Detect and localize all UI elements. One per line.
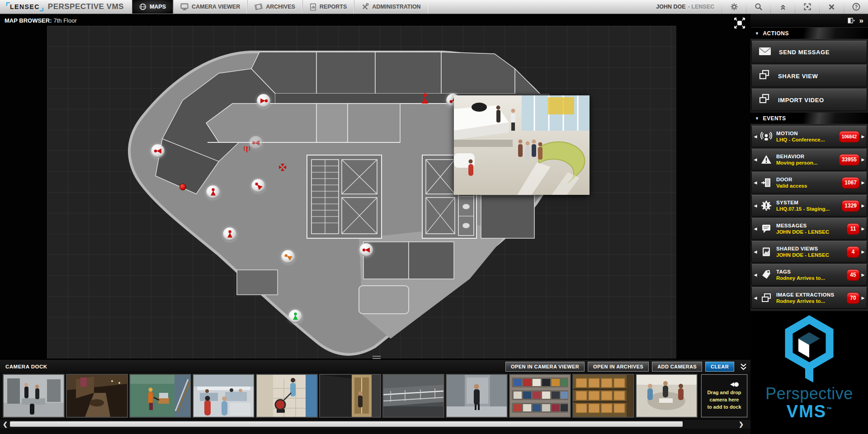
antenna-event-marker[interactable] [243,145,251,155]
actions-section-header[interactable]: ▼ ACTIONS [750,28,868,39]
warning-triangle-icon [758,154,774,165]
event-next-icon[interactable]: ▶ [860,296,866,300]
event-prev-icon[interactable]: ◀ [753,180,758,185]
event-next-icon[interactable]: ▶ [860,273,866,277]
event-detail: Rodney Arrives to... [776,275,847,281]
main-tabs: MAPS CAMERA VIEWER ARCHIVES REPORTS [132,0,428,14]
action-label: IMPORT VIDEO [778,97,824,104]
tab-maps[interactable]: MAPS [132,0,173,14]
user-org: - LENSEC [688,4,714,10]
event-row-behavior[interactable]: ◀ BEHAVIOR Moving person... 33955 ▶ [751,149,867,170]
dock-thumbnail-machine-shop[interactable] [3,374,65,418]
event-count-badge: 45 [847,269,859,281]
scroll-left-icon[interactable]: ❮ [3,420,8,428]
tab-administration[interactable]: ADMINISTRATION [354,0,428,14]
event-next-icon[interactable]: ▶ [860,203,866,208]
image-extraction-icon [758,292,774,304]
import-video-button[interactable]: IMPORT VIDEO [751,89,867,111]
camera-drop-target[interactable]: Drag and drop camera here to add to dock [701,374,747,417]
share-view-button[interactable]: SHARE VIEW [751,65,867,87]
event-prev-icon[interactable]: ◀ [753,296,758,300]
event-next-icon[interactable]: ▶ [860,180,866,185]
event-prev-icon[interactable]: ◀ [753,250,758,254]
tab-camera-viewer[interactable]: CAMERA VIEWER [173,0,247,14]
dock-scrollbar[interactable]: ❮ ❯ [0,419,750,429]
add-cameras-button[interactable]: ADD CAMERAS [652,362,702,372]
event-row-tags[interactable]: ◀ TAGS Rodney Arrives to... 45 ▶ [751,264,867,286]
event-prev-icon[interactable]: ◀ [753,273,758,277]
camera-marker[interactable] [206,185,220,199]
event-count-badge: 70 [847,292,859,304]
cross-event-marker[interactable] [278,163,287,173]
event-next-icon[interactable]: ▶ [860,250,866,254]
event-next-icon[interactable]: ▶ [860,134,866,139]
camera-marker[interactable] [223,227,236,241]
event-next-icon[interactable]: ▶ [860,226,866,231]
event-count-badge: 33955 [839,154,859,165]
map-resize-handle[interactable] [373,356,381,359]
event-row-motion[interactable]: ◀ MOTION LHQ - Conference... 106842 ▶ [751,126,867,147]
scroll-right-icon[interactable]: ❯ [739,420,744,428]
help-icon[interactable]: ? [844,0,868,14]
open-in-archives-button[interactable]: OPEN IN ARCHIVES [588,362,649,372]
dock-thumbnail-historic-hall[interactable] [66,374,128,418]
dock-thumbnail-office-meeting[interactable] [636,374,698,418]
clear-button[interactable]: CLEAR [705,362,734,372]
dock-collapse-icon[interactable] [740,363,747,370]
dock-thumbnail-warehouse-boxes[interactable] [572,374,634,418]
collapse-up-icon[interactable] [771,0,795,14]
fullscreen-icon[interactable] [795,0,819,14]
app-brand: PERSPECTIVE VMS [48,0,124,14]
event-row-shared-views[interactable]: ◀ SHARED VIEWS JOHN DOE - LENSEC 4 ▶ [751,241,867,263]
event-count-badge: 1329 [842,200,859,212]
event-row-image-extractions[interactable]: ◀ IMAGE EXTRACTIONS Rodney Arrives to...… [751,287,867,309]
event-prev-icon[interactable]: ◀ [753,134,758,139]
event-count-badge: 1067 [842,177,859,189]
dot-event-marker[interactable] [179,184,186,190]
event-prev-icon[interactable]: ◀ [753,203,758,208]
event-row-door[interactable]: ◀ DOOR Valid access 1067 ▶ [751,172,867,193]
dock-thumbnail-warehouse-pallet-jack[interactable] [129,374,191,418]
camera-dock: CAMERA DOCK OPEN IN CAMERA VIEWER OPEN I… [0,360,750,434]
scrollbar-thumb[interactable] [10,421,683,427]
tab-label: CAMERA VIEWER [192,4,240,10]
camera-preview-popup[interactable] [454,95,590,195]
panel-toggle-icon[interactable] [848,18,855,24]
send-message-button[interactable]: SEND MESSAGE [751,41,867,63]
tab-reports[interactable]: REPORTS [302,0,354,14]
dock-thumbnail-shoe-storage-shelves[interactable] [509,374,571,418]
event-prev-icon[interactable]: ◀ [753,226,758,231]
dock-thumbnail-office-walkway[interactable] [446,374,508,418]
close-icon[interactable] [820,0,844,14]
map-floor-name: 7th Floor [53,17,76,24]
camera-marker-faded[interactable] [249,136,263,150]
dock-thumbnail-hallway-vacuum[interactable] [256,374,318,418]
event-text: DOOR Valid access [774,177,842,189]
right-sidebar: » ▼ ACTIONS SEND MESSAGE SHARE VIEW IMPO… [750,14,868,434]
sidebar-collapse-icon[interactable]: » [859,17,863,24]
event-detail: Moving person... [776,160,839,165]
dock-thumbnail-elevator-entry[interactable] [319,374,381,418]
dock-thumbnail-industrial-interior[interactable] [382,374,444,418]
camera-marker[interactable] [151,144,165,158]
gear-icon[interactable] [722,0,746,14]
camera-marker[interactable] [251,179,265,193]
camera-marker[interactable] [257,94,270,108]
event-prev-icon[interactable]: ◀ [753,157,758,162]
events-section-header[interactable]: ▼ EVENTS [750,113,868,124]
map-fullscreen-button[interactable] [733,17,746,29]
camera-marker[interactable] [359,243,373,257]
open-in-camera-viewer-button[interactable]: OPEN IN CAMERA VIEWER [505,362,585,372]
event-row-messages[interactable]: ◀ MESSAGES JOHN DOE - LENSEC 11 ▶ [751,218,867,240]
event-next-icon[interactable]: ▶ [860,157,866,162]
search-icon[interactable] [746,0,770,14]
tab-archives[interactable]: ARCHIVES [247,0,302,14]
report-icon [310,3,316,11]
camera-marker-orange[interactable] [281,250,295,264]
person-event-marker[interactable] [420,93,430,106]
event-row-system[interactable]: ◀ SYSTEM LHQ.07.15 - Staging... 1329 ▶ [751,195,867,217]
lensec-logo: LENSEC [6,0,43,14]
dock-thumbnail-open-office[interactable] [193,374,255,418]
tab-label: REPORTS [320,4,347,10]
camera-marker-green[interactable] [288,310,302,323]
